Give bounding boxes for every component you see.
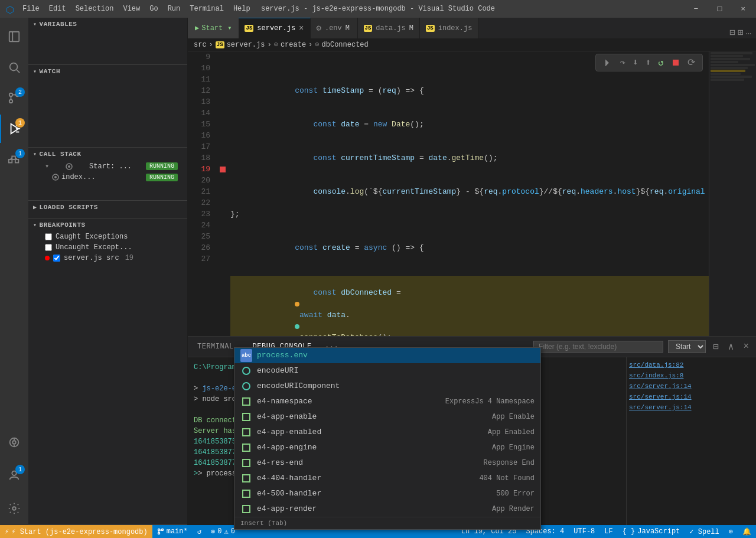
tab-env-label: .env: [325, 24, 342, 32]
code-editor[interactable]: ⏵ ↷ ⬇ ⬆ ↺ ⏹ ⟳ 9 10 11 12 13: [188, 51, 756, 336]
panel-split-icon[interactable]: ⊟: [711, 340, 721, 354]
callstack-start-name: Start: ...: [89, 162, 132, 171]
panel-tab-actions: Start ⊟ ∧ ×: [533, 340, 756, 354]
run-dropdown-icon[interactable]: ▾: [227, 24, 232, 32]
run-config-tab[interactable]: ▶ Start ▾: [188, 18, 239, 38]
panel-close-icon[interactable]: ×: [741, 340, 751, 353]
menu-view[interactable]: View: [123, 5, 140, 13]
activity-run-debug[interactable]: 1: [0, 115, 28, 143]
breadcrumb-server-js[interactable]: server.js: [227, 41, 265, 49]
more-tabs-icon[interactable]: …: [745, 27, 751, 38]
callstack-item-start[interactable]: ▾ Start: ... RUNNING: [28, 161, 187, 172]
watch-header[interactable]: ▾ WATCH: [28, 65, 187, 78]
menu-file[interactable]: File: [22, 5, 40, 13]
menu-go[interactable]: Go: [149, 5, 158, 13]
svg-point-28: [158, 529, 159, 531]
status-sync[interactable]: ↺: [193, 525, 206, 538]
status-live-share[interactable]: ⊕: [724, 525, 738, 538]
ac-icon-2: [240, 380, 252, 392]
panel-link-server-js-3[interactable]: src/server.js:14: [629, 402, 754, 413]
panel-collapse-icon[interactable]: ∧: [726, 340, 737, 354]
minimize-button[interactable]: −: [689, 5, 703, 14]
autocomplete-item-7[interactable]: e4-res-end Response End: [234, 455, 540, 471]
breadcrumb-create[interactable]: create: [281, 41, 306, 49]
status-line-ending[interactable]: LF: [599, 525, 617, 538]
code-line-12: const date = new Date();: [230, 107, 709, 141]
panel-link-index-js[interactable]: src/index.js:8: [629, 370, 754, 381]
activity-explorer[interactable]: [0, 22, 28, 51]
autocomplete-item-4[interactable]: e4-app-enable App Enable: [234, 409, 540, 425]
debug-step-over-btn[interactable]: ↷: [617, 56, 628, 70]
debug-console-filter[interactable]: [533, 341, 663, 353]
ac-label-5: e4-app-enabled: [257, 426, 483, 438]
breadcrumb-dbconnected[interactable]: dbConnected: [322, 41, 369, 49]
tab-index-js-label: index.js: [438, 24, 472, 32]
panel-link-server-js-2[interactable]: src/server.js:14: [629, 392, 754, 402]
status-language[interactable]: { } JavaScript: [618, 525, 685, 538]
callstack-item-index[interactable]: index... RUNNING: [28, 172, 187, 182]
server-js-breakpoint-checkbox[interactable]: [53, 255, 60, 262]
activity-source-control[interactable]: 2: [0, 84, 28, 112]
ac-label-3: e4-namespace: [257, 396, 441, 407]
tab-server-js[interactable]: JS server.js ×: [239, 18, 310, 38]
tab-server-js-label: server.js: [257, 24, 295, 32]
code-content[interactable]: const timeStamp = (req) => { const date …: [228, 51, 709, 336]
panel-link-server-js-1[interactable]: src/server.js:14: [629, 381, 754, 392]
activity-accounts[interactable]: 1: [0, 461, 28, 490]
ac-icon-1: [240, 365, 252, 377]
breakpoint-server-js: server.js src 19: [28, 253, 187, 263]
autocomplete-item-5[interactable]: e4-app-enabled App Enabled: [234, 425, 540, 440]
debug-disconnect-btn[interactable]: ⟳: [685, 56, 698, 70]
close-button[interactable]: ×: [736, 5, 750, 14]
autocomplete-item-0[interactable]: abc process.env: [234, 348, 540, 363]
menu-selection[interactable]: Selection: [76, 5, 114, 13]
activity-search[interactable]: [0, 53, 28, 81]
variables-header[interactable]: ▾ VARIABLES: [28, 18, 187, 31]
callstack-header[interactable]: ▾ CALL STACK: [28, 148, 187, 161]
tab-env[interactable]: ⚙ .env M: [311, 18, 358, 38]
ac-detail-9: 500 Error: [496, 488, 535, 500]
breakpoints-header[interactable]: ▾ BREAKPOINTS: [28, 219, 187, 231]
caught-exceptions-label: Caught Exceptions: [56, 233, 128, 241]
caught-exceptions-checkbox[interactable]: [45, 233, 52, 240]
activity-extensions[interactable]: 1: [0, 145, 28, 174]
autocomplete-item-3[interactable]: e4-namespace ExpressJs 4 Namespace: [234, 394, 540, 409]
split-editor-icon[interactable]: ⊟: [729, 27, 735, 38]
debug-step-into-btn[interactable]: ⬇: [630, 56, 641, 70]
panel-link-data-js[interactable]: src/data.js:82: [629, 360, 754, 370]
autocomplete-item-1[interactable]: encodeURI: [234, 363, 540, 379]
debug-console-context[interactable]: Start: [668, 340, 706, 353]
tab-server-js-close[interactable]: ×: [299, 24, 304, 33]
tab-index-js[interactable]: JS index.js: [420, 18, 478, 38]
layout-icon[interactable]: ⊞: [738, 27, 744, 38]
activity-settings[interactable]: [0, 494, 28, 523]
tab-data-js[interactable]: JS data.js M: [358, 18, 420, 38]
ac-label-7: e4-res-end: [257, 457, 479, 469]
breadcrumb-src[interactable]: src: [194, 41, 207, 49]
status-debug-info[interactable]: ⚡ ⚡ Start (js-e2e-express-mongodb): [0, 525, 152, 538]
debug-stop-btn[interactable]: ⏹: [669, 56, 683, 70]
autocomplete-item-8[interactable]: e4-404-handler 404 Not Found: [234, 471, 540, 486]
debug-continue-btn[interactable]: ⏵: [601, 56, 615, 70]
ac-detail-5: App Enabled: [488, 426, 535, 438]
loaded-scripts-header[interactable]: ▶ LOADED SCRIPTS: [28, 201, 187, 214]
status-notifications[interactable]: 🔔: [738, 525, 756, 538]
activity-remote[interactable]: [0, 428, 28, 457]
maximize-button[interactable]: □: [712, 5, 726, 14]
status-branch[interactable]: main*: [152, 525, 193, 538]
autocomplete-item-10[interactable]: e4-app-render App Render: [234, 501, 540, 517]
status-encoding[interactable]: UTF-8: [569, 525, 599, 538]
menu-help[interactable]: Help: [233, 5, 250, 13]
spell-label: ✓ Spell: [689, 527, 719, 536]
autocomplete-item-6[interactable]: e4-app-engine App Engine: [234, 440, 540, 455]
uncaught-exceptions-checkbox[interactable]: [45, 244, 52, 251]
autocomplete-item-9[interactable]: e4-500-handler 500 Error: [234, 486, 540, 501]
menu-run[interactable]: Run: [168, 5, 181, 13]
menu-terminal[interactable]: Terminal: [190, 5, 224, 13]
menu-edit[interactable]: Edit: [49, 5, 66, 13]
debug-restart-btn[interactable]: ↺: [656, 56, 666, 70]
encoding-label: UTF-8: [573, 527, 595, 536]
status-spell[interactable]: ✓ Spell: [685, 525, 724, 538]
debug-step-out-btn[interactable]: ⬆: [643, 56, 654, 70]
autocomplete-item-2[interactable]: encodeURIComponent: [234, 379, 540, 394]
